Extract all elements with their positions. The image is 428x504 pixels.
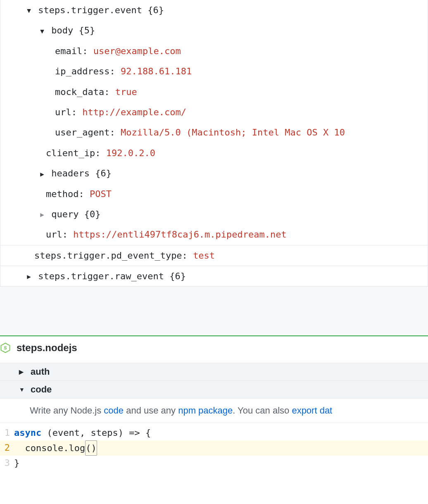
chevron-right-icon[interactable]: ▶ xyxy=(19,368,26,375)
hint-text: Write any Node.js xyxy=(30,405,104,416)
tree-row-mock-data[interactable]: mock_data: true xyxy=(0,82,428,102)
tree-value: 92.188.61.181 xyxy=(121,66,192,76)
tree-key: url: xyxy=(55,107,77,117)
code-text: } xyxy=(14,456,19,470)
step-nodejs-panel: S steps.nodejs ▶ auth ▼ code Write any N… xyxy=(0,335,428,473)
tree-value: POST xyxy=(90,189,112,199)
section-auth[interactable]: ▶ auth xyxy=(0,363,428,380)
event-tree-panel: ▼ steps.trigger.event {6} ▼ body {5} ema… xyxy=(0,0,428,287)
tree-row-raw-event[interactable]: ▶ steps.trigger.raw_event {6} xyxy=(0,266,428,286)
tree-row-url[interactable]: url: https://entli497tf8caj6.m.pipedream… xyxy=(0,224,428,245)
tree-key: body xyxy=(51,25,73,36)
tree-key: client_ip: xyxy=(46,148,100,158)
line-number: 3 xyxy=(0,456,14,470)
step-title: steps.nodejs xyxy=(17,342,77,354)
section-code[interactable]: ▼ code xyxy=(0,380,428,398)
tree-value: user@example.com xyxy=(93,46,181,56)
tree-value: 192.0.2.0 xyxy=(106,148,155,158)
tree-key: headers xyxy=(51,168,90,178)
link-code-docs[interactable]: code xyxy=(104,405,124,416)
tree-row-method[interactable]: method: POST xyxy=(0,184,428,204)
tree-value: http://example.com/ xyxy=(82,107,186,117)
line-number: 1 xyxy=(0,426,14,440)
code-hint: Write any Node.js code and use any npm p… xyxy=(0,398,428,423)
cursor-paren: () xyxy=(85,440,97,456)
tree-value: Mozilla/5.0 (Macintosh; Intel Mac OS X 1… xyxy=(121,127,345,138)
step-header: S steps.nodejs xyxy=(0,336,428,363)
tree-count: {6} xyxy=(95,168,112,178)
chevron-down-icon[interactable]: ▼ xyxy=(38,26,46,37)
svg-text:S: S xyxy=(4,346,7,351)
code-line-3[interactable]: 3 } xyxy=(0,456,428,470)
tree-key: mock_data: xyxy=(55,87,109,97)
tree-row-client-ip[interactable]: client_ip: 192.0.2.0 xyxy=(0,143,428,163)
code-text: async (event, steps) => { xyxy=(14,426,151,440)
tree-key: url: xyxy=(46,229,68,240)
code-line-1[interactable]: 1 async (event, steps) => { xyxy=(0,426,428,440)
tree-count: {6} xyxy=(147,5,164,15)
tree-key: email: xyxy=(55,46,88,56)
chevron-down-icon[interactable]: ▼ xyxy=(19,386,26,393)
tree-path: steps.trigger.event xyxy=(38,5,142,15)
tree-count: {6} xyxy=(169,271,186,281)
chevron-right-icon[interactable]: ▶ xyxy=(38,169,46,180)
tree-value: test xyxy=(193,250,215,261)
chevron-right-icon[interactable]: ▶ xyxy=(38,209,46,220)
nodejs-icon: S xyxy=(0,342,11,353)
tree-row-email[interactable]: email: user@example.com xyxy=(0,41,428,61)
tree-key: ip_address: xyxy=(55,66,115,76)
tree-row-root[interactable]: ▼ steps.trigger.event {6} xyxy=(0,0,428,20)
tree-row-body-url[interactable]: url: http://example.com/ xyxy=(0,102,428,122)
tree-path: steps.trigger.raw_event xyxy=(38,271,164,281)
code-editor[interactable]: 1 async (event, steps) => { 2 console.lo… xyxy=(0,423,428,473)
tree-key: query xyxy=(51,209,78,219)
link-npm-package[interactable]: npm package xyxy=(178,405,233,416)
tree-count: {0} xyxy=(84,209,101,219)
tree-row-pd-event-type[interactable]: steps.trigger.pd_event_type: test xyxy=(0,245,428,266)
tree-row-headers[interactable]: ▶ headers {6} xyxy=(0,163,428,183)
tree-value: true xyxy=(115,87,137,97)
section-label: code xyxy=(31,384,52,395)
link-export-data[interactable]: export dat xyxy=(292,405,332,416)
tree-row-query[interactable]: ▶ query {0} xyxy=(0,204,428,224)
tree-count: {5} xyxy=(78,25,95,36)
line-number: 2 xyxy=(0,440,14,455)
code-line-2[interactable]: 2 console.log() xyxy=(0,440,428,456)
tree-key: steps.trigger.pd_event_type: xyxy=(34,250,188,261)
tree-value: https://entli497tf8caj6.m.pipedream.net xyxy=(73,229,287,240)
hint-text: . You can also xyxy=(233,405,292,416)
hint-text: and use any xyxy=(124,405,178,416)
tree-row-body[interactable]: ▼ body {5} xyxy=(0,20,428,40)
tree-row-user-agent[interactable]: user_agent: Mozilla/5.0 (Macintosh; Inte… xyxy=(0,122,428,143)
tree-key: user_agent: xyxy=(55,127,115,138)
section-label: auth xyxy=(31,366,50,377)
tree-row-ip-address[interactable]: ip_address: 92.188.61.181 xyxy=(0,61,428,81)
spacer xyxy=(0,287,428,335)
chevron-right-icon[interactable]: ▶ xyxy=(25,271,33,282)
code-text: console.log() xyxy=(14,440,97,456)
chevron-down-icon[interactable]: ▼ xyxy=(25,5,33,16)
tree-key: method: xyxy=(46,189,84,199)
